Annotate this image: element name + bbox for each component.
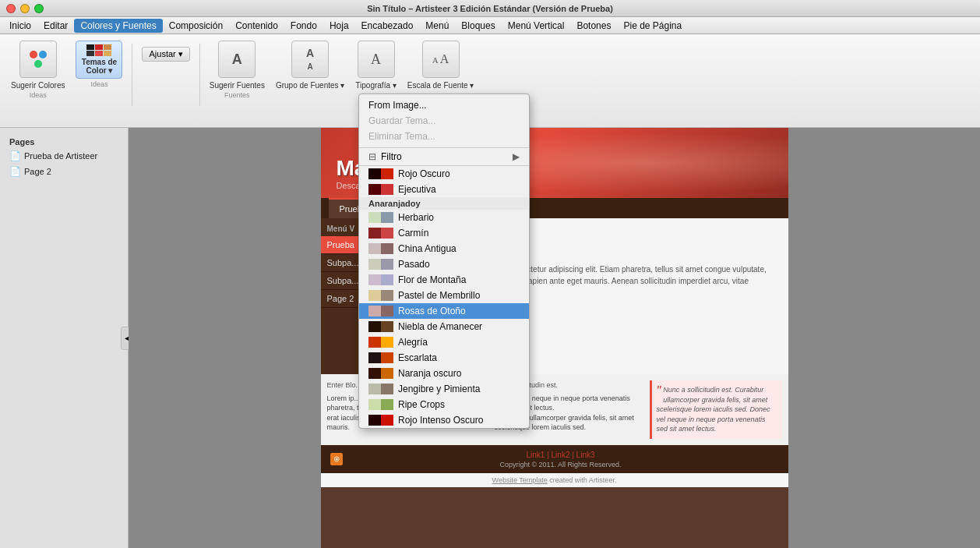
escala-fuente-button[interactable]: A A bbox=[422, 41, 460, 78]
ideas-label-1: Ideas bbox=[30, 91, 47, 99]
swatch-light bbox=[381, 352, 393, 363]
swatch-herbario bbox=[368, 212, 393, 223]
swatch-dark bbox=[368, 228, 381, 239]
site-credit: Website Template created with Artisteer. bbox=[321, 473, 788, 487]
menu-encabezado[interactable]: Encabezado bbox=[355, 19, 420, 33]
theme-item-carmin[interactable]: Carmín bbox=[359, 225, 529, 241]
swatch-light bbox=[381, 368, 393, 379]
swatch-niebla-amanecer bbox=[368, 321, 393, 332]
swatch-ripe-crops bbox=[368, 399, 393, 410]
toolbar-divider-2 bbox=[199, 44, 200, 106]
swatch-alegria bbox=[368, 337, 393, 348]
swatch-light bbox=[381, 212, 393, 223]
guardar-tema-label: Guardar Tema... bbox=[368, 115, 435, 126]
window-title: Sin Título – Artisteer 3 Edición Estánda… bbox=[367, 4, 613, 13]
theme-label-rojo-intenso: Rojo Intenso Oscuro bbox=[398, 415, 483, 426]
sidebar-item-prueba[interactable]: 📄 Prueba de Artisteer bbox=[0, 148, 128, 164]
ajustar-label: Ajustar ▾ bbox=[149, 49, 182, 59]
sugerir-fuentes-group: A Sugerir Fuentes Fuentes bbox=[205, 37, 270, 102]
menu-hoja[interactable]: Hoja bbox=[323, 19, 355, 33]
menu-composicion[interactable]: Composición bbox=[163, 19, 229, 33]
sugerir-colores-group: Sugerir Colores Ideas bbox=[6, 37, 69, 102]
sugerir-colores-label: Sugerir Colores bbox=[11, 81, 65, 90]
temas-color-button[interactable]: Temas deColor ▾ bbox=[76, 41, 122, 79]
menu-inicio[interactable]: Inicio bbox=[3, 19, 37, 33]
menu-contenido[interactable]: Contenido bbox=[229, 19, 284, 33]
menu-editar[interactable]: Editar bbox=[37, 19, 74, 33]
theme-item-alegria[interactable]: Alegría bbox=[359, 334, 529, 350]
swatch-dark bbox=[368, 274, 381, 285]
theme-item-rojo-intenso[interactable]: Rojo Intenso Oscuro bbox=[359, 412, 529, 428]
theme-item-rojo-oscuro[interactable]: Rojo Oscuro bbox=[359, 166, 529, 182]
swatch-escarlata bbox=[368, 352, 393, 363]
ajustar-button[interactable]: Ajustar ▾ bbox=[142, 47, 189, 62]
menu-botones[interactable]: Botones bbox=[570, 19, 617, 33]
theme-item-ripe-crops[interactable]: Ripe Crops bbox=[359, 397, 529, 412]
page-icon-1: 📄 bbox=[9, 150, 21, 161]
footer-links[interactable]: Link1 | Link2 | Link3 bbox=[526, 451, 594, 459]
eliminar-tema-item[interactable]: Eliminar Tema... bbox=[359, 129, 529, 144]
theme-item-niebla-amanecer[interactable]: Niebla de Amanecer bbox=[359, 319, 529, 334]
swatch-dark bbox=[368, 290, 381, 301]
minimize-button[interactable] bbox=[20, 4, 30, 13]
theme-label-escarlata: Escarlata bbox=[398, 352, 437, 363]
theme-item-escarlata[interactable]: Escarlata bbox=[359, 350, 529, 366]
swatch-dark bbox=[368, 168, 381, 179]
guardar-tema-item[interactable]: Guardar Tema... bbox=[359, 113, 529, 129]
filter-item[interactable]: Filtro ▶ bbox=[381, 151, 520, 162]
sugerir-fuentes-button[interactable]: A bbox=[218, 41, 256, 78]
credit-link[interactable]: Website Template bbox=[492, 476, 548, 484]
theme-item-herbario[interactable]: Herbario bbox=[359, 210, 529, 225]
sugerir-colores-button[interactable] bbox=[19, 41, 57, 78]
menu-fondo[interactable]: Fondo bbox=[284, 19, 323, 33]
dropdown-list: Rojo Oscuro Ejecutiva Anaranjadoy Herbar… bbox=[359, 166, 529, 428]
theme-label-herbario: Herbario bbox=[398, 212, 434, 223]
tipografia-button[interactable]: A bbox=[358, 41, 395, 78]
credit-text: created with Artisteer. bbox=[549, 476, 616, 484]
menu-colores-fuentes[interactable]: Colores y Fuentes bbox=[74, 19, 162, 33]
swatch-light bbox=[381, 321, 393, 332]
swatch-jengibre bbox=[368, 384, 393, 394]
theme-group-header: Anaranjadoy bbox=[359, 197, 529, 210]
swatch-light bbox=[381, 337, 393, 348]
swatch-light bbox=[381, 259, 393, 270]
temas-color-group: Temas deColor ▾ Ideas bbox=[71, 37, 127, 91]
close-button[interactable] bbox=[6, 4, 16, 13]
theme-label-ejecutiva: Ejecutiva bbox=[398, 184, 436, 195]
theme-label-china-antigua: China Antigua bbox=[398, 243, 457, 254]
theme-label-carmin: Carmín bbox=[398, 228, 428, 239]
swatch-rojo-oscuro bbox=[368, 168, 393, 179]
theme-item-jengibre[interactable]: Jengibre y Pimienta bbox=[359, 381, 529, 397]
grupo-fuentes-label: Grupo de Fuentes ▾ bbox=[276, 81, 344, 90]
theme-item-naranja-oscuro[interactable]: Naranja oscuro bbox=[359, 366, 529, 381]
theme-item-china-antigua[interactable]: China Antigua bbox=[359, 241, 529, 256]
sugerir-fuentes-label: Sugerir Fuentes bbox=[210, 81, 265, 90]
theme-item-ejecutiva[interactable]: Ejecutiva bbox=[359, 182, 529, 197]
sidebar-item-page2-label: Page 2 bbox=[24, 167, 51, 176]
swatch-china-antigua bbox=[368, 243, 393, 254]
sidebar-item-page2[interactable]: 📄 Page 2 bbox=[0, 164, 128, 179]
theme-item-pasado[interactable]: Pasado bbox=[359, 256, 529, 272]
menu-bloques[interactable]: Bloques bbox=[455, 19, 501, 33]
swatch-light bbox=[381, 184, 393, 195]
swatch-dark bbox=[368, 415, 381, 426]
from-image-item[interactable]: From Image... bbox=[359, 97, 529, 113]
grupo-fuentes-button[interactable]: AA bbox=[291, 41, 329, 78]
swatch-light bbox=[381, 274, 393, 285]
titlebar: Sin Título – Artisteer 3 Edición Estánda… bbox=[0, 0, 980, 17]
maximize-button[interactable] bbox=[34, 4, 44, 13]
swatch-dark bbox=[368, 321, 381, 332]
swatch-dark bbox=[368, 368, 381, 379]
theme-item-rosas-otono[interactable]: Rosas de Otoño bbox=[359, 303, 529, 319]
swatch-dark bbox=[368, 399, 381, 410]
menu-pie[interactable]: Pie de Página bbox=[617, 19, 688, 33]
eliminar-tema-label: Eliminar Tema... bbox=[368, 131, 435, 142]
swatch-light bbox=[381, 243, 393, 254]
menu-vertical[interactable]: Menú Vertical bbox=[502, 19, 571, 33]
theme-item-flor-montana[interactable]: Flor de Montaña bbox=[359, 272, 529, 288]
footer-quote: " Nunc a sollicitudin est. Curabitur ull… bbox=[650, 380, 782, 439]
menu-menu[interactable]: Menú bbox=[419, 19, 455, 33]
theme-item-pastel-membrillo[interactable]: Pastel de Membrillo bbox=[359, 288, 529, 303]
swatch-dark bbox=[368, 212, 381, 223]
rss-icon: ⊛ bbox=[330, 453, 343, 465]
